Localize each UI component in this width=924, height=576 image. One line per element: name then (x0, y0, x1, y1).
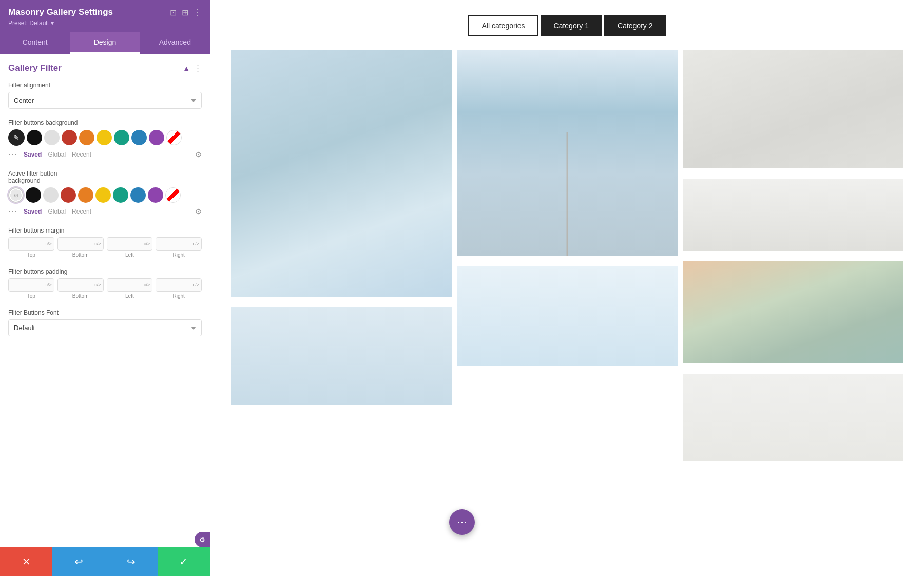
margin-top-label: Top (8, 252, 54, 258)
main-content: All categories Category 1 Category 2 (210, 0, 924, 576)
active-meta-global[interactable]: Global (48, 208, 66, 215)
active-filter-bg-label: Active filter buttonbackground (8, 170, 202, 184)
color-swatch-teal[interactable] (114, 130, 129, 145)
filter-category-1[interactable]: Category 1 (541, 15, 602, 36)
active-color-swatch-red[interactable] (61, 187, 76, 203)
filter-alignment-select[interactable]: Center Left Right (8, 92, 202, 109)
active-color-picker-button[interactable]: ⊘ (8, 187, 24, 203)
active-color-swatch-orange[interactable] (78, 187, 93, 203)
padding-bottom: c/> Bottom (57, 278, 104, 299)
filter-font-group: Filter Buttons Font Default Inherit Cust… (8, 309, 202, 336)
bottom-bar: ✕ ↩ ↪ ✓ (0, 547, 210, 576)
sidebar-header-icons: ⊡ ⊞ ⋮ (170, 8, 202, 17)
color-dots[interactable]: ··· (8, 149, 17, 160)
color-swatch-none[interactable] (166, 130, 182, 145)
active-color-swatch-teal[interactable] (113, 187, 128, 203)
section-title: Gallery Filter (8, 63, 62, 73)
margin-top-unit: c/> (45, 241, 51, 246)
section-header-icons: ▲ ⋮ (183, 64, 202, 73)
filter-bg-color-row: ✎ (8, 129, 202, 146)
filter-bg-group: Filter buttons background ✎ ··· Saved (8, 119, 202, 160)
color-swatch-black[interactable] (27, 130, 42, 145)
color-picker-button[interactable]: ✎ (8, 129, 25, 146)
padding-right-label: Right (156, 293, 202, 299)
filter-padding-label: Filter buttons padding (8, 268, 202, 275)
undo-button[interactable]: ↩ (52, 547, 105, 576)
tab-design[interactable]: Design (70, 32, 140, 54)
padding-top-unit: c/> (45, 282, 51, 287)
padding-left-unit: c/> (144, 282, 150, 287)
color-swatch-red[interactable] (62, 130, 77, 145)
margin-bottom-label: Bottom (57, 252, 104, 258)
color-swatch-yellow[interactable] (97, 130, 112, 145)
filter-bar: All categories Category 1 Category 2 (231, 15, 903, 36)
sidebar: Masonry Gallery Settings ⊡ ⊞ ⋮ Preset: D… (0, 0, 210, 576)
preset-label[interactable]: Preset: Default ▾ (8, 20, 202, 27)
active-meta-saved[interactable]: Saved (24, 208, 42, 215)
active-color-swatch-black[interactable] (26, 187, 41, 203)
filter-bg-meta: ··· Saved Global Recent ⚙ (8, 149, 202, 160)
active-color-settings-icon[interactable]: ⚙ (195, 207, 202, 216)
tab-advanced[interactable]: Advanced (140, 32, 210, 54)
gallery-column-1 (231, 50, 452, 410)
padding-right-unit: c/> (193, 282, 199, 287)
filter-margin-group: Filter buttons margin c/> Top c/> Bottom (8, 227, 202, 258)
filter-font-select[interactable]: Default Inherit Custom (8, 319, 202, 336)
tab-content[interactable]: Content (0, 32, 70, 54)
padding-left-label: Left (107, 293, 153, 299)
more-icon[interactable]: ⋮ (194, 8, 202, 17)
gallery-item-3[interactable] (683, 50, 903, 168)
gear-overlay[interactable]: ⚙ (195, 532, 210, 547)
sidebar-title: Masonry Gallery Settings (8, 7, 113, 17)
color-swatch-white[interactable] (44, 130, 60, 145)
padding-bottom-label: Bottom (57, 293, 104, 299)
save-button[interactable]: ✓ (158, 547, 210, 576)
filter-bg-label: Filter buttons background (8, 119, 202, 126)
section-menu-icon[interactable]: ⋮ (194, 64, 202, 73)
active-meta-recent[interactable]: Recent (72, 208, 91, 215)
gallery-item-8[interactable] (683, 374, 903, 461)
meta-saved[interactable]: Saved (24, 151, 42, 158)
sidebar-header: Masonry Gallery Settings ⊡ ⊞ ⋮ Preset: D… (0, 0, 210, 32)
active-color-swatch-none[interactable] (165, 187, 181, 203)
gallery-item-6[interactable] (231, 307, 452, 405)
gallery-item-1[interactable] (231, 50, 452, 297)
active-filter-bg-color-row: ⊘ (8, 187, 202, 203)
gallery-item-5[interactable] (683, 261, 903, 363)
padding-top: c/> Top (8, 278, 54, 299)
expand-icon[interactable]: ⊡ (170, 8, 177, 17)
fab-button[interactable]: ··· (449, 509, 475, 535)
collapse-icon[interactable]: ▲ (183, 64, 190, 72)
gallery-item-4[interactable] (683, 179, 903, 251)
color-swatch-orange[interactable] (79, 130, 94, 145)
color-settings-icon[interactable]: ⚙ (195, 150, 202, 159)
filter-all-categories[interactable]: All categories (468, 15, 538, 36)
active-color-dots[interactable]: ··· (8, 206, 17, 217)
gallery-column-3 (683, 50, 903, 466)
sidebar-scroll: Gallery Filter ▲ ⋮ Filter alignment Cent… (0, 54, 210, 547)
filter-margin-label: Filter buttons margin (8, 227, 202, 234)
redo-button[interactable]: ↪ (105, 547, 158, 576)
filter-padding-grid: c/> Top c/> Bottom c/> Left (8, 278, 202, 299)
meta-recent[interactable]: Recent (72, 151, 91, 158)
active-filter-bg-group: Active filter buttonbackground ⊘ ··· Sav… (8, 170, 202, 217)
filter-alignment-label: Filter alignment (8, 82, 202, 89)
margin-left-unit: c/> (144, 241, 150, 246)
tabs: Content Design Advanced (0, 32, 210, 54)
padding-bottom-unit: c/> (94, 282, 101, 287)
meta-global[interactable]: Global (48, 151, 66, 158)
margin-left-label: Left (107, 252, 153, 258)
active-color-swatch-blue[interactable] (130, 187, 146, 203)
filter-category-2[interactable]: Category 2 (604, 15, 666, 36)
active-color-swatch-white[interactable] (43, 187, 59, 203)
gallery-item-2[interactable] (457, 50, 678, 256)
active-color-swatch-purple[interactable] (148, 187, 163, 203)
padding-right: c/> Right (156, 278, 202, 299)
grid-icon[interactable]: ⊞ (182, 8, 188, 17)
cancel-button[interactable]: ✕ (0, 547, 52, 576)
gallery-item-7[interactable] (457, 266, 678, 366)
color-swatch-blue[interactable] (131, 130, 147, 145)
color-swatch-purple[interactable] (149, 130, 164, 145)
active-color-swatch-yellow[interactable] (95, 187, 111, 203)
padding-left: c/> Left (107, 278, 153, 299)
